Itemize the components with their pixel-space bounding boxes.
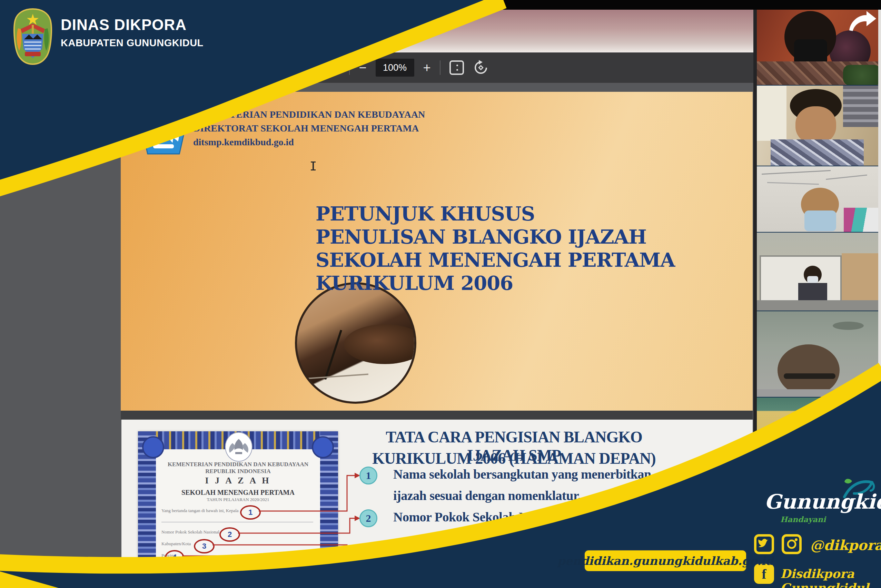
item-1-line1: Nama sekolah bersangkutan yang menerbitk… — [393, 466, 651, 482]
filmstrip-divider — [754, 10, 757, 588]
participant-video-3[interactable] — [757, 166, 878, 232]
gunungkidul-crest — [12, 8, 53, 65]
participant-video-4[interactable] — [757, 232, 878, 310]
participant-video-6[interactable] — [757, 398, 878, 470]
gunungkidul-wordmark: Gunungkidul — [764, 490, 881, 513]
item-2-line1: Nomor Pokok Sekolah Nasional (NPSN) — [393, 509, 611, 525]
website-badge: pendidikan.gunungkidulkab.go.id — [584, 549, 747, 572]
website-url: pendidikan.gunungkidulkab.go.id — [557, 554, 774, 568]
instagram-icon — [782, 534, 802, 554]
agency-region: KABUPATEN GUNUNGKIDUL — [61, 37, 204, 49]
item-1-badge: 1 — [360, 466, 378, 484]
twitter-icon — [754, 534, 774, 554]
item-1-line2: ijazah sesuai dengan nomenklatur. — [393, 488, 581, 503]
item-2-badge: 2 — [360, 509, 378, 527]
social-handle: @dikpora_gk — [810, 537, 881, 553]
facebook-name: Disdikpora Gunungkidul — [780, 567, 881, 588]
mouse-cursor — [313, 162, 314, 171]
agency-brand: DINAS DIKPORA KABUPATEN GUNUNGKIDUL — [12, 8, 204, 65]
screen: 12 / 55 − 100% + — [0, 0, 881, 588]
item-3-badge: 3 — [360, 546, 378, 564]
participant-video-2[interactable] — [757, 86, 878, 166]
handayani-label: Handayani — [780, 515, 826, 524]
slide2-title-line2: KURIKULUM 2006 (HALAMAN DEPAN) — [355, 449, 673, 468]
agency-name: DINAS DIKPORA — [61, 17, 204, 32]
participant-video-5[interactable] — [757, 311, 878, 397]
share-arrow-icon[interactable] — [847, 10, 878, 32]
item-3-line2: mencoret) m — [393, 565, 462, 580]
